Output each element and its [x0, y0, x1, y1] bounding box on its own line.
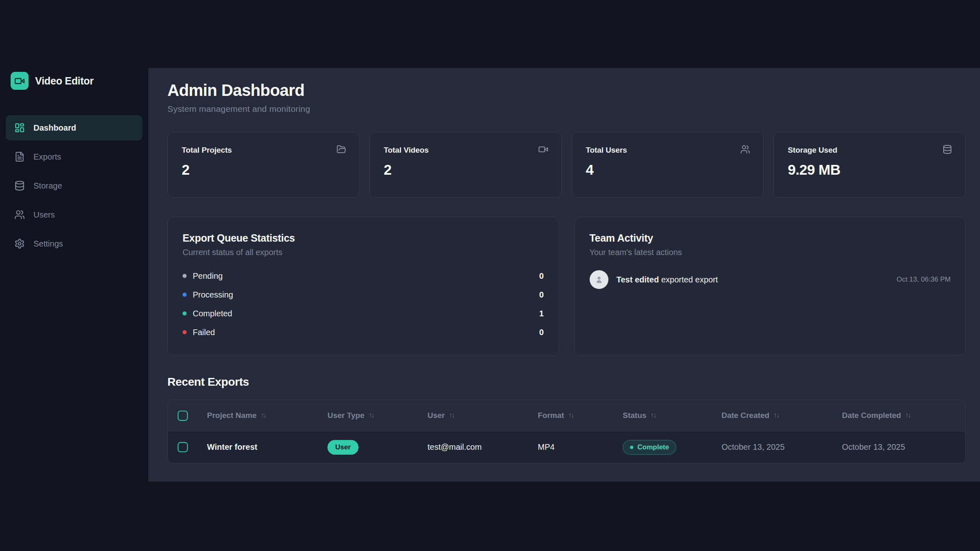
card-subtitle: Your team's latest actions [590, 248, 951, 257]
stat-card-total-users: Total Users 4 [572, 132, 764, 198]
activity-action: exported export [661, 275, 718, 284]
cell-format: MP4 [538, 442, 623, 452]
activity-actor: Test edited [617, 275, 659, 284]
user-type-badge: User [327, 440, 359, 455]
table-row[interactable]: Winter forest User test@mail.com MP4 Com… [168, 431, 965, 463]
sort-icon: ↑↓ [650, 411, 656, 420]
video-camera-icon [539, 144, 548, 154]
sidebar-item-label: Exports [33, 152, 61, 162]
recent-exports-title: Recent Exports [167, 375, 966, 389]
sidebar-item-users[interactable]: Users [6, 202, 143, 227]
sort-icon: ↑↓ [905, 411, 911, 420]
failed-dot-icon [183, 330, 187, 334]
gear-icon [14, 238, 25, 249]
column-header-user[interactable]: User ↑↓ [428, 411, 538, 420]
card-title: Team Activity [590, 232, 951, 244]
stat-value: 4 [586, 162, 750, 178]
sidebar-item-label: Dashboard [33, 123, 76, 133]
database-icon [942, 144, 952, 154]
sidebar-item-label: Users [33, 210, 55, 220]
queue-label: Processing [193, 290, 233, 300]
sort-icon: ↑↓ [368, 411, 374, 420]
stat-card-total-projects: Total Projects 2 [167, 132, 360, 198]
avatar [590, 270, 608, 289]
queue-value: 1 [539, 309, 543, 318]
sidebar-item-settings[interactable]: Settings [6, 231, 143, 256]
page-title: Admin Dashboard [167, 81, 966, 100]
column-header-date-created[interactable]: Date Created ↑↓ [722, 411, 842, 420]
queue-row-completed: Completed 1 [183, 304, 544, 323]
stat-value: 9.29 MB [788, 162, 951, 178]
stat-value: 2 [384, 162, 548, 178]
cell-date-created: October 13, 2025 [722, 442, 842, 452]
users-icon [740, 144, 750, 154]
column-header-project-name[interactable]: Project Name ↑↓ [207, 411, 327, 420]
app-title: Video Editor [35, 75, 94, 87]
select-all-checkbox[interactable] [178, 411, 188, 421]
queue-value: 0 [539, 290, 543, 300]
video-camera-logo-icon [11, 72, 29, 90]
stat-value: 2 [182, 162, 345, 178]
sort-icon: ↑↓ [773, 411, 779, 420]
users-icon [14, 209, 25, 220]
folder-open-icon [336, 144, 346, 154]
stat-card-storage-used: Storage Used 9.29 MB [773, 132, 966, 198]
queue-value: 0 [539, 271, 543, 281]
stat-label: Total Users [586, 146, 750, 155]
pending-dot-icon [183, 274, 187, 278]
stat-label: Total Videos [384, 146, 548, 155]
status-badge: Complete [623, 440, 676, 455]
column-header-format[interactable]: Format ↑↓ [538, 411, 623, 420]
status-dot-icon [630, 446, 633, 449]
stat-card-total-videos: Total Videos 2 [370, 132, 562, 198]
sidebar-item-label: Settings [33, 239, 63, 249]
sidebar-item-dashboard[interactable]: Dashboard [6, 115, 143, 140]
sidebar-item-storage[interactable]: Storage [6, 173, 143, 198]
column-header-user-type[interactable]: User Type ↑↓ [327, 411, 428, 420]
card-subtitle: Current status of all exports [183, 248, 544, 257]
main-content: Admin Dashboard System management and mo… [148, 68, 980, 482]
page-subtitle: System management and monitoring [167, 104, 966, 114]
activity-text: Test edited exported export [617, 275, 718, 284]
queue-row-processing: Processing 0 [183, 285, 544, 304]
card-title: Export Queue Statistics [183, 232, 544, 244]
sidebar-nav: Dashboard Exports Storage Users Settings [6, 115, 143, 256]
stat-label: Storage Used [788, 146, 951, 155]
recent-exports-table: Project Name ↑↓ User Type ↑↓ User ↑↓ For… [167, 400, 966, 463]
queue-row-pending: Pending 0 [183, 267, 544, 285]
cell-user-email: test@mail.com [428, 442, 538, 452]
sort-icon: ↑↓ [568, 411, 573, 420]
sidebar: Video Editor Dashboard Exports Storage U… [0, 0, 148, 551]
table-header-row: Project Name ↑↓ User Type ↑↓ User ↑↓ For… [168, 400, 965, 431]
queue-row-failed: Failed 0 [183, 323, 544, 342]
row-checkbox[interactable] [178, 442, 188, 452]
cell-date-completed: October 13, 2025 [842, 442, 965, 452]
queue-label: Pending [193, 271, 223, 281]
completed-dot-icon [183, 311, 187, 315]
column-header-date-completed[interactable]: Date Completed ↑↓ [842, 411, 965, 420]
queue-value: 0 [539, 328, 543, 337]
database-icon [14, 180, 25, 191]
queue-label: Failed [193, 328, 215, 337]
sort-icon: ↑↓ [261, 411, 266, 420]
queue-list: Pending 0 Processing 0 Completed 1 Faile… [183, 267, 544, 342]
app-logo: Video Editor [11, 72, 143, 90]
activity-timestamp: Oct 13, 06:36 PM [897, 276, 951, 284]
cell-project-name: Winter forest [207, 442, 327, 452]
column-header-status[interactable]: Status ↑↓ [623, 411, 722, 420]
sidebar-item-label: Storage [33, 181, 62, 191]
team-activity-card: Team Activity Your team's latest actions… [575, 217, 966, 355]
sort-icon: ↑↓ [449, 411, 454, 420]
dashboard-icon [14, 122, 25, 133]
file-text-icon [14, 151, 25, 162]
stat-label: Total Projects [182, 146, 345, 155]
export-queue-card: Export Queue Statistics Current status o… [167, 217, 559, 355]
sidebar-item-exports[interactable]: Exports [6, 144, 143, 169]
queue-label: Completed [193, 309, 232, 318]
mid-row: Export Queue Statistics Current status o… [167, 217, 966, 355]
activity-item: Test edited exported export Oct 13, 06:3… [590, 270, 951, 289]
stats-row: Total Projects 2 Total Videos 2 Total Us… [167, 132, 966, 198]
processing-dot-icon [183, 293, 187, 297]
